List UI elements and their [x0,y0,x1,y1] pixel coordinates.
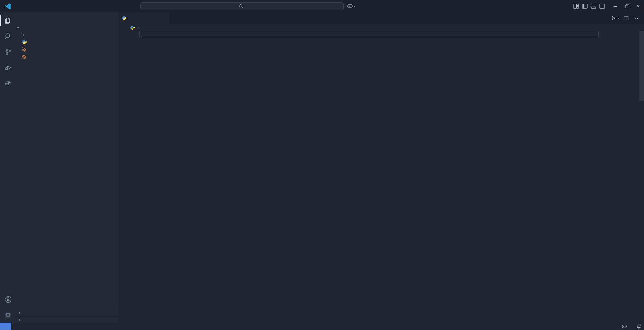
run-dropdown-chevron-icon[interactable]: › [616,17,621,19]
remote-indicator[interactable] [0,323,11,330]
tab-train-yolo11[interactable] [118,12,169,24]
command-center-search[interactable] [140,2,344,10]
copilot-status[interactable] [619,323,629,330]
python-file-icon [22,39,27,45]
vscode-logo [4,3,11,10]
toggle-secondary-sidebar-icon[interactable] [599,4,605,9]
python-interpreter-status[interactable] [629,323,634,330]
model-file-icon [22,54,27,59]
explorer-sidebar: › › [16,12,118,323]
chevron-right-icon: › [23,32,24,37]
vscode-window: › ─ [0,0,644,330]
settings-gear-icon[interactable]: ⚙ [0,307,16,323]
customize-layout-icon[interactable] [573,4,579,9]
code-editor[interactable] [118,31,644,323]
minimize-button[interactable]: ─ [610,0,621,12]
folder-section-header[interactable]: › [16,23,118,31]
scrollbar-thumb[interactable] [639,31,644,101]
run-python-file-icon[interactable] [611,16,616,21]
titlebar: › ─ [0,0,644,12]
activity-bar: ⚙ [0,12,16,323]
chevron-down-icon: › [352,5,357,7]
breadcrumb-separator-icon: › [138,25,140,30]
python-file-icon [122,16,127,21]
language-mode-status[interactable] [613,323,619,330]
eol-status[interactable] [608,323,613,330]
copilot-icon [622,324,627,329]
tree-item-yolo11n[interactable] [16,53,118,60]
tree-item-runs[interactable]: › [16,31,118,38]
cursor-position-status[interactable] [594,323,599,330]
indentation-status[interactable] [599,323,603,330]
encoding-status[interactable] [603,323,608,330]
tree-item-yolo11m-seg[interactable] [16,46,118,53]
close-button[interactable]: × [633,0,644,12]
text-cursor [142,31,142,37]
search-sidebar-icon[interactable] [0,28,16,44]
model-file-icon [22,47,27,52]
outline-section[interactable]: › [16,309,118,316]
editor-actions: › ⋯ [611,12,644,24]
toggle-panel-icon[interactable] [591,4,596,9]
breadcrumb[interactable]: › [118,24,644,31]
explorer-icon[interactable] [0,12,16,28]
tree-item-train-py[interactable] [16,38,118,46]
extensions-icon[interactable] [0,76,16,91]
restore-icon [625,4,629,8]
editor-group: › ⋯ › [118,12,644,323]
tab-bar: › ⋯ [118,12,644,24]
timeline-section[interactable]: › [16,316,118,323]
chevron-right-icon: › [19,310,20,315]
copilot-menu[interactable]: › [347,4,355,9]
bell-icon [636,324,641,329]
toggle-primary-sidebar-icon[interactable] [582,4,588,9]
problems-status[interactable] [11,323,22,330]
source-control-icon[interactable] [0,44,16,60]
python-file-icon [130,25,135,30]
more-actions-icon[interactable]: ⋯ [633,15,639,21]
run-debug-icon[interactable] [0,60,16,76]
account-icon[interactable] [0,292,16,307]
split-editor-icon[interactable] [624,16,629,21]
layout-controls [573,4,605,9]
chevron-down-icon: › [16,27,21,28]
status-bar [0,323,644,330]
chevron-right-icon: › [19,317,20,322]
search-icon [239,4,243,8]
notifications-bell[interactable] [634,323,642,330]
restore-button[interactable] [621,0,633,12]
current-line-highlight [139,31,599,37]
